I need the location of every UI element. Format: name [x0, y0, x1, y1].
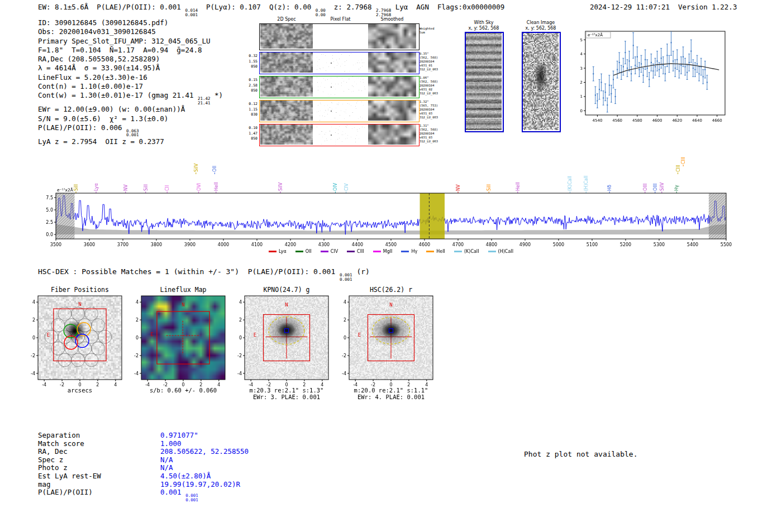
spec2d-row1-left-labels: 0.32 1.55 050	[242, 54, 258, 70]
match-row: P(LAE)/P(OII)0.001 0.0010.001	[38, 488, 351, 496]
full-spectrum-canvas	[34, 150, 732, 257]
legend-label: OII	[306, 249, 312, 254]
stacked-fraction: 0.0630.001	[126, 129, 139, 137]
match-table: Separation0.971077"Match score1.000RA, D…	[38, 431, 373, 504]
info-line: ID: 3090126845 (3090126845.pdf)	[38, 18, 223, 27]
report-version: Version 1.22.3	[678, 3, 737, 11]
spec2d-row1-pixelflat-canvas	[316, 52, 365, 73]
legend-item-(H)CaII: (H)CaII	[488, 249, 513, 254]
spectrum-legend: LyαOIICIVCIIIMgIIHγHeII(K)CaII(H)CaII	[56, 249, 726, 254]
legend-swatch	[454, 251, 462, 253]
stack-lower: 0.001	[185, 13, 198, 17]
text-run: EW: 8.1±5.6Å P(LAE)/P(OII): 0.001	[38, 3, 185, 11]
lineflux-map-captions: s/b: 0.60 +/- 0.060	[130, 387, 236, 394]
spec2d-row1-smoothed-canvas	[368, 52, 416, 73]
hsc-r-cutout-canvas	[330, 293, 440, 391]
legend-swatch	[347, 251, 355, 253]
info-line: LyA z = 2.7954 OII z = 0.2377	[38, 137, 223, 146]
legend-item-HeII: HeII	[426, 249, 445, 254]
text-run: *)	[211, 91, 223, 99]
info-line: LineFlux = 5.20(±3.30)e-16	[38, 73, 223, 82]
spec2d-header-pixelflat: Pixel Flat	[315, 17, 366, 22]
match-row-label: mag	[38, 480, 51, 488]
spec2d-row2-right-labels: 1.06" (562, 568) 20200104 v031_02 312_LU…	[419, 76, 446, 95]
legend-item-Lyα: Lyα	[269, 249, 287, 254]
legend-label: CIV	[331, 249, 338, 254]
detection-info-block: ID: 3090126845 (3090126845.pdf)Obs: 2020…	[38, 18, 223, 146]
match-row-label: Spec z	[38, 456, 63, 464]
cutout-caption-line: m:20.0 re:2.1" s:1.1"	[338, 387, 444, 394]
spec2d-row4-right-labels: 1.31" (562, 568) 20200104 v031_03 312_LU…	[419, 124, 446, 143]
legend-label: Lyα	[279, 249, 287, 254]
legend-item-(K)CaII: (K)CaII	[454, 249, 479, 254]
stacked-fraction: 2.79682.7968	[376, 8, 391, 17]
text-run: Lyα AGN Flags:0x00000009	[391, 3, 504, 11]
info-line: Primary Spec_Slot_IFU_AMP: 312_045_065_L…	[38, 37, 223, 46]
match-row: RA, Dec208.505622, 52.258550	[38, 447, 351, 456]
text-run: P(LAE)/P(OII): 0.006	[38, 123, 126, 132]
spec2d-row1-2dspec-canvas	[260, 52, 313, 73]
text-run: F=1.8" T=0.104 N̄=1.17 A=0.94 ḡ=24.8	[38, 46, 202, 54]
match-row-label: RA, Dec	[38, 447, 68, 456]
legend-label: (H)CaII	[498, 249, 513, 254]
match-row-value: N/A	[160, 456, 173, 464]
kpno-g-cutout-canvas	[226, 293, 335, 391]
match-row: Photo zN/A	[38, 463, 351, 472]
stack-lower: 0.001	[185, 498, 198, 502]
stack-lower: 0.001	[340, 277, 352, 282]
weighted-sum-label: Weighted Sum	[419, 27, 445, 35]
legend-item-MgII: MgII	[373, 249, 393, 254]
cutout-caption-line: EWr: 3. PLAE: 0.001	[233, 394, 340, 400]
legend-swatch	[426, 251, 434, 253]
stacked-fraction: 0.0140.001	[185, 8, 198, 17]
stacked-fraction: 0.0010.001	[185, 493, 198, 502]
spec2d-row3-2dspec-canvas	[260, 100, 313, 121]
match-row-value: 19.99(19.97,20.02)R	[160, 480, 240, 488]
elixer-report-page: EW: 8.1±5.6Å P(LAE)/P(OII): 0.001 0.0140…	[0, 0, 782, 532]
info-line: S/N = 9.0(±5.6) χ² = 1.3(±0.0)	[38, 114, 223, 123]
cleanimage-title: Clean Image	[507, 20, 574, 25]
text-run: S/N = 9.0(±5.6) χ² = 1.3(±0.0)	[38, 114, 168, 123]
match-row-value: 208.505622, 52.258550	[160, 447, 249, 456]
text-run: Cont(w) = 1.30(±0.01)e-17 (gmag 21.41	[38, 91, 198, 99]
text-run: EWr = 12.00(±9.00) (w: 0.00(±nan))Å	[38, 105, 185, 113]
stacked-fraction: 0.000.00	[316, 8, 326, 17]
stack-lower: 0.00	[316, 13, 326, 17]
weighted-pixelflat-canvas	[316, 24, 365, 49]
header-datetime-version: 2024-12-29 11:07:21 Version 1.22.3	[590, 3, 737, 11]
match-row-label: Photo z	[38, 463, 68, 472]
text-run: Obs: 20200104v031_3090126845	[38, 27, 156, 36]
match-row-value: 1.000	[160, 439, 182, 448]
legend-label: Hγ	[411, 249, 417, 254]
report-datetime: 2024-12-29 11:07:21	[590, 3, 670, 11]
info-line: Obs: 20200104v031_3090126845	[38, 27, 223, 36]
photz-note: Phot z plot not available.	[524, 450, 638, 458]
match-row: Match score1.000	[38, 439, 351, 448]
spec2d-header-smoothed: Smoothed	[368, 17, 417, 22]
text-run: ID: 3090126845 (3090126845.pdf)	[38, 18, 168, 27]
text-run: (r)	[352, 267, 370, 276]
match-row-label: Est LyA rest-EW	[38, 472, 101, 480]
cleanimage-image-canvas	[523, 33, 559, 130]
stack-lower: 0.001	[126, 133, 139, 137]
match-row-value: 4.50(±2.80)Å	[160, 472, 211, 480]
kpno-g-captions: m:20.3 re:2.1" s:1.3"EWr: 3. PLAE: 0.001	[233, 387, 340, 400]
match-row: mag19.99(19.97,20.02)R	[38, 480, 351, 488]
text-run: LineFlux = 5.20(±3.30)e-16	[38, 73, 147, 82]
legend-item-CIII: CIII	[347, 249, 364, 254]
spec2d-row3-left-labels: 0.12 1.15 030	[242, 102, 258, 118]
info-line: Cont(n) = 1.10(±0.00)e-17	[38, 82, 223, 91]
match-row: Spec zN/A	[38, 456, 351, 464]
text-run: HSC-DEX : Possible Matches = 1 (within +…	[38, 267, 340, 276]
legend-label: HeII	[436, 249, 445, 254]
match-row-label: P(LAE)/P(OII)	[38, 488, 93, 496]
legend-swatch	[269, 251, 276, 253]
spec2d-row3-smoothed-canvas	[368, 100, 416, 121]
spec2d-row4-left-labels: 0.10 1.47 050	[242, 126, 258, 142]
match-row: Separation0.971077"	[38, 431, 351, 439]
text-run: z: 2.7968	[326, 3, 376, 11]
cutout-caption-line: m:20.3 re:2.1" s:1.3"	[233, 387, 340, 394]
legend-swatch	[321, 251, 328, 253]
text-run: LyA z = 2.7954 OII z = 0.2377	[38, 137, 164, 146]
info-line: Cont(w) = 1.30(±0.01)e-17 (gmag 21.41 21…	[38, 91, 223, 105]
